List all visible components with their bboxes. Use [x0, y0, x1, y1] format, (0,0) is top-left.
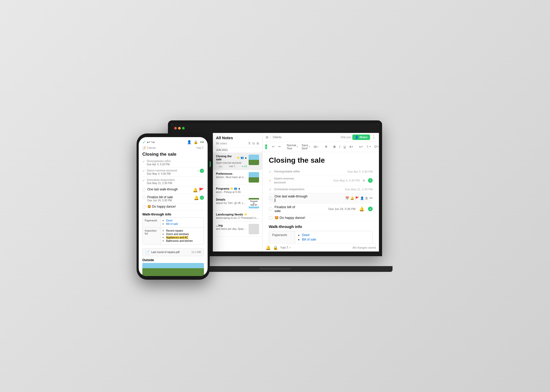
- note-item[interactable]: Landscaping Needs ⭐ landscaping-to-do 17…: [213, 211, 262, 222]
- note-thumbnail: [249, 172, 259, 183]
- grid-icon[interactable]: ⊞: [256, 142, 259, 145]
- task-due: Due May 4, 4:30 PM: [147, 172, 177, 175]
- font-dropdown[interactable]: Sans Serif ▾: [300, 143, 311, 151]
- notes-count-row: 86 notes ⇅ ⊟ ⊞: [216, 142, 259, 145]
- person-icon[interactable]: 👤: [360, 196, 364, 200]
- font-size-dropdown[interactable]: 30 ▾: [312, 144, 320, 149]
- note-item[interactable]: Closing the sale ⭐ 👥 ▲ Open escrow accou…: [213, 153, 262, 170]
- text-style-dropdown[interactable]: Normal Text ▾: [285, 143, 299, 151]
- task-check-done-icon[interactable]: ✓: [142, 178, 145, 182]
- lock-icon[interactable]: 🔒: [194, 140, 198, 144]
- table-row: Inspection list Recent repairs Doors and…: [143, 228, 204, 244]
- task-item: 🤩 Do happy dance!: [269, 214, 373, 221]
- task-text: Open escrow account: [147, 169, 177, 172]
- task-item: One last walk-through 🔔 🚩: [142, 186, 204, 194]
- italic-button[interactable]: I: [338, 144, 341, 149]
- list-item: Bathrooms and kitchen: [166, 239, 202, 242]
- outside-image: [142, 263, 204, 276]
- phone-screen: ✓ ↩ ↪ 👤 🔒 ••• 📝 Clients Yuki T.: [139, 137, 208, 276]
- table-key: Paperwork: [143, 218, 161, 227]
- person-icon[interactable]: 👤: [187, 140, 191, 144]
- add-button[interactable]: +: [265, 144, 267, 149]
- deed-link[interactable]: Deed: [166, 219, 172, 222]
- more-icon[interactable]: •••: [369, 196, 373, 200]
- bell-icon[interactable]: 🔔: [266, 245, 271, 250]
- note-item[interactable]: Details airport by 7am. @ off, check tra…: [213, 196, 262, 211]
- status-hash: #: [198, 169, 199, 172]
- filter-icon[interactable]: ⇅: [248, 142, 251, 145]
- pdf-size: 13.2 MB: [191, 251, 201, 254]
- lock-icon[interactable]: 🔒: [273, 245, 278, 250]
- note-item[interactable]: ...ing and twice per day. Space ... hour…: [213, 222, 262, 237]
- task-check-open[interactable]: [269, 216, 272, 220]
- bell-icon: 🔔: [194, 195, 199, 200]
- task-check-open[interactable]: [269, 196, 272, 200]
- redo-button[interactable]: ↪: [277, 144, 282, 149]
- checklist-button[interactable]: ☑ ▾: [373, 144, 379, 149]
- task-text: Finalize bill of sale: [147, 195, 173, 199]
- bold-button[interactable]: B: [332, 144, 337, 149]
- task-item: Finalize bill of sale Due Jun 24, 5:30 P…: [269, 204, 373, 214]
- avatar: J: [200, 169, 204, 173]
- undo-button[interactable]: ↩: [271, 144, 276, 149]
- section-heading: Walk-through info: [269, 224, 373, 229]
- task-check-done-icon[interactable]: ✓: [269, 187, 272, 191]
- footer-user[interactable]: Yuki T. ▾: [280, 246, 291, 249]
- note-detail: ⊞ | Clients Only you 👤 Share ⋮ +: [262, 133, 379, 251]
- task-check-done-icon[interactable]: ✓: [269, 178, 272, 183]
- task-item: ✓ Open escrow account Due May 4, 4:30 PM…: [142, 167, 204, 177]
- bell-icon: 🔔: [193, 188, 198, 192]
- task-due: Due Jun 24, 5:30 PM: [329, 207, 355, 210]
- font-color-button[interactable]: A ▾: [348, 144, 354, 149]
- back-icon[interactable]: ✓: [142, 140, 146, 145]
- note-item[interactable]: Preferences kitchen. Must have an outter…: [213, 170, 262, 185]
- redo-icon[interactable]: ↪: [151, 140, 155, 145]
- notes-date-group: JUN 2021: [213, 148, 262, 153]
- undo-icon[interactable]: ↩: [147, 140, 150, 145]
- task-check-open[interactable]: [142, 188, 146, 191]
- task-item: ✓ Renegotiate offer Due Apr 3, 5:30 PM: [269, 168, 373, 175]
- avatar: J: [200, 196, 204, 200]
- note-item[interactable]: Programs ⭐ 👥 ▲ ance - Pickup at 5:30.: [213, 185, 262, 196]
- phone-pdf-attachment[interactable]: 📄 Last round of repairs.pdf 13.2 MB: [142, 248, 204, 256]
- trash-icon[interactable]: 🗑: [365, 196, 368, 200]
- task-check-done-icon[interactable]: ✓: [269, 169, 272, 174]
- note-body: Closing the sale ✓ Renegotiate offer Due…: [262, 152, 379, 244]
- bill-of-sale-link[interactable]: Bill of sale: [166, 223, 178, 225]
- task-check-done-icon[interactable]: ✓: [142, 169, 145, 173]
- table-val: Deed Bill of sale: [161, 218, 204, 227]
- task-text: Open escrow account: [274, 177, 302, 184]
- note-footer: 🔔 🔒 Yuki T. ▾ All changes saved: [262, 244, 379, 251]
- bullet-list-button[interactable]: ≡ ▾: [358, 144, 364, 149]
- list-item: Appliances and AC: [166, 236, 202, 239]
- bell-icon: 🔔: [359, 207, 364, 212]
- task-check-done-icon[interactable]: ✓: [142, 160, 145, 163]
- task-item: ✓ Open escrow account Due May 4, 4:30 PM…: [269, 175, 373, 186]
- calendar-icon[interactable]: 📅: [345, 196, 349, 200]
- task-check-open[interactable]: [269, 207, 272, 211]
- numbered-list-button[interactable]: ⒈ ▾: [365, 144, 372, 149]
- notes-list: All Notes 86 notes ⇅ ⊟ ⊞ JUN 2021: [213, 133, 262, 251]
- pdf-name: Last round of repairs.pdf: [151, 251, 190, 254]
- share-button[interactable]: 👤 Share: [352, 134, 370, 140]
- bell-icon[interactable]: 🔔: [350, 196, 354, 200]
- flag-icon[interactable]: 🚩: [355, 196, 359, 200]
- more-options-icon[interactable]: •••: [200, 140, 204, 144]
- chevron-down-icon: ▾: [297, 145, 298, 148]
- list-item: Recent repairs: [166, 229, 202, 232]
- task-due: Due May 21, 2:30 PM: [345, 188, 373, 191]
- insert-button[interactable]: ⊕: [324, 144, 329, 149]
- funnel-icon[interactable]: ⊟: [252, 142, 255, 145]
- task-check-open[interactable]: [142, 205, 146, 209]
- breadcrumb: Clients: [273, 136, 282, 139]
- more-options-icon[interactable]: ⋮: [372, 135, 376, 140]
- bill-of-sale-link[interactable]: Bill of sale: [302, 238, 316, 241]
- underline-button[interactable]: U: [342, 144, 347, 149]
- notes-count: 86 notes: [216, 142, 227, 145]
- breadcrumb-icon: ⊞: [266, 135, 268, 139]
- deed-link[interactable]: Deed: [302, 233, 309, 237]
- phone-topbar: ✓ ↩ ↪ 👤 🔒 •••: [139, 137, 208, 146]
- share-icon: 👤: [355, 136, 359, 139]
- task-check-open[interactable]: [142, 196, 146, 199]
- save-status: All changes saved: [353, 246, 376, 249]
